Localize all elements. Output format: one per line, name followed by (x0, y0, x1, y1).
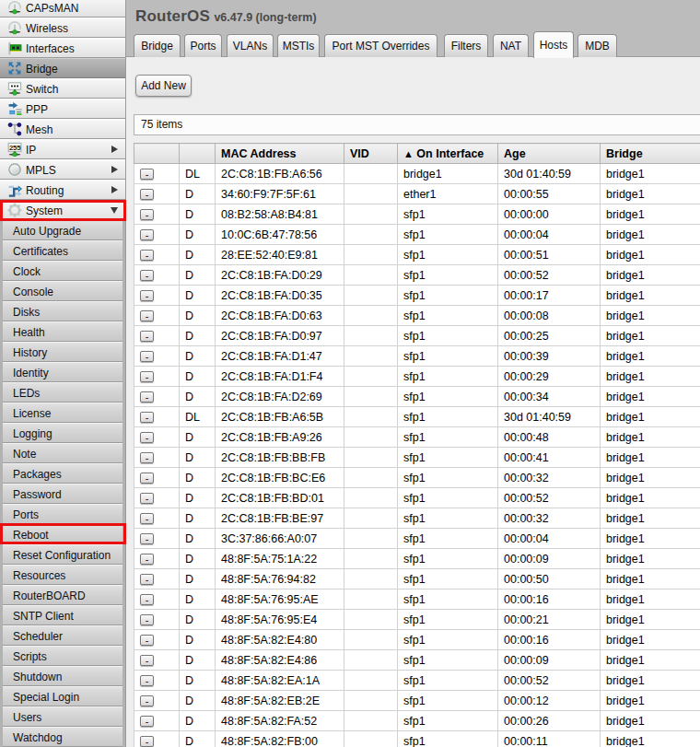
svg-text:255: 255 (9, 144, 21, 152)
